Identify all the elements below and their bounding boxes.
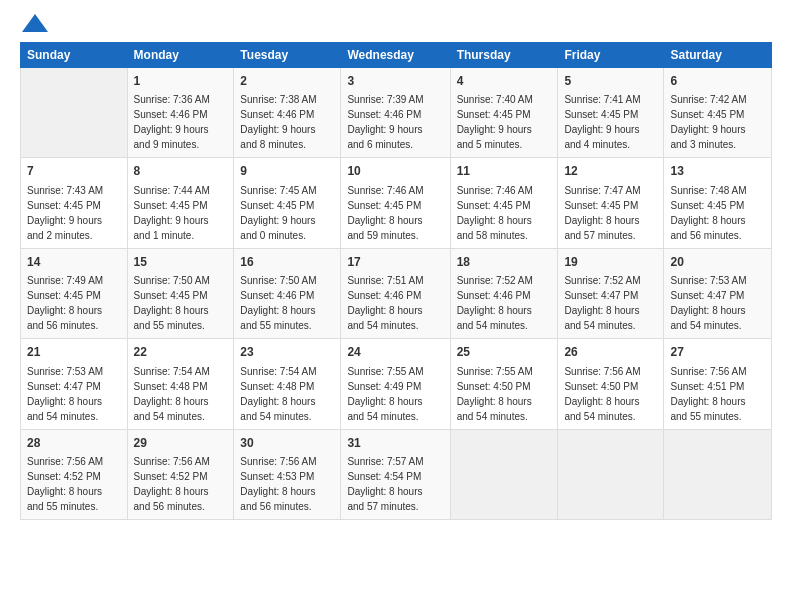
day-number: 2 [240, 73, 334, 90]
calendar-header-saturday: Saturday [664, 43, 772, 68]
day-info: Sunrise: 7:56 AMSunset: 4:53 PMDaylight:… [240, 454, 334, 514]
day-number: 14 [27, 254, 121, 271]
calendar-week-row: 28Sunrise: 7:56 AMSunset: 4:52 PMDayligh… [21, 429, 772, 519]
calendar-cell [450, 429, 558, 519]
day-info: Sunrise: 7:52 AMSunset: 4:47 PMDaylight:… [564, 273, 657, 333]
calendar-cell: 19Sunrise: 7:52 AMSunset: 4:47 PMDayligh… [558, 248, 664, 338]
calendar-week-row: 14Sunrise: 7:49 AMSunset: 4:45 PMDayligh… [21, 248, 772, 338]
calendar-cell: 4Sunrise: 7:40 AMSunset: 4:45 PMDaylight… [450, 68, 558, 158]
day-number: 8 [134, 163, 228, 180]
day-number: 28 [27, 435, 121, 452]
day-number: 12 [564, 163, 657, 180]
logo-icon [22, 14, 48, 32]
day-info: Sunrise: 7:50 AMSunset: 4:45 PMDaylight:… [134, 273, 228, 333]
day-info: Sunrise: 7:54 AMSunset: 4:48 PMDaylight:… [134, 364, 228, 424]
calendar-header-friday: Friday [558, 43, 664, 68]
calendar-cell [558, 429, 664, 519]
day-info: Sunrise: 7:41 AMSunset: 4:45 PMDaylight:… [564, 92, 657, 152]
calendar-cell: 7Sunrise: 7:43 AMSunset: 4:45 PMDaylight… [21, 158, 128, 248]
calendar-cell: 6Sunrise: 7:42 AMSunset: 4:45 PMDaylight… [664, 68, 772, 158]
calendar-header-monday: Monday [127, 43, 234, 68]
day-info: Sunrise: 7:54 AMSunset: 4:48 PMDaylight:… [240, 364, 334, 424]
calendar-cell: 23Sunrise: 7:54 AMSunset: 4:48 PMDayligh… [234, 339, 341, 429]
day-info: Sunrise: 7:56 AMSunset: 4:50 PMDaylight:… [564, 364, 657, 424]
day-number: 22 [134, 344, 228, 361]
calendar-cell: 27Sunrise: 7:56 AMSunset: 4:51 PMDayligh… [664, 339, 772, 429]
day-number: 13 [670, 163, 765, 180]
calendar-cell: 12Sunrise: 7:47 AMSunset: 4:45 PMDayligh… [558, 158, 664, 248]
day-info: Sunrise: 7:40 AMSunset: 4:45 PMDaylight:… [457, 92, 552, 152]
day-info: Sunrise: 7:46 AMSunset: 4:45 PMDaylight:… [347, 183, 443, 243]
day-number: 5 [564, 73, 657, 90]
calendar-header-sunday: Sunday [21, 43, 128, 68]
day-number: 16 [240, 254, 334, 271]
calendar-cell: 16Sunrise: 7:50 AMSunset: 4:46 PMDayligh… [234, 248, 341, 338]
day-number: 24 [347, 344, 443, 361]
calendar-cell: 24Sunrise: 7:55 AMSunset: 4:49 PMDayligh… [341, 339, 450, 429]
day-info: Sunrise: 7:56 AMSunset: 4:51 PMDaylight:… [670, 364, 765, 424]
calendar-cell: 29Sunrise: 7:56 AMSunset: 4:52 PMDayligh… [127, 429, 234, 519]
day-number: 21 [27, 344, 121, 361]
day-number: 1 [134, 73, 228, 90]
day-number: 9 [240, 163, 334, 180]
calendar-header-row: SundayMondayTuesdayWednesdayThursdayFrid… [21, 43, 772, 68]
day-number: 20 [670, 254, 765, 271]
calendar-cell: 30Sunrise: 7:56 AMSunset: 4:53 PMDayligh… [234, 429, 341, 519]
day-number: 25 [457, 344, 552, 361]
header [20, 18, 772, 32]
calendar-cell: 1Sunrise: 7:36 AMSunset: 4:46 PMDaylight… [127, 68, 234, 158]
day-number: 30 [240, 435, 334, 452]
calendar-cell: 3Sunrise: 7:39 AMSunset: 4:46 PMDaylight… [341, 68, 450, 158]
day-info: Sunrise: 7:51 AMSunset: 4:46 PMDaylight:… [347, 273, 443, 333]
day-number: 23 [240, 344, 334, 361]
day-info: Sunrise: 7:50 AMSunset: 4:46 PMDaylight:… [240, 273, 334, 333]
day-info: Sunrise: 7:39 AMSunset: 4:46 PMDaylight:… [347, 92, 443, 152]
day-info: Sunrise: 7:43 AMSunset: 4:45 PMDaylight:… [27, 183, 121, 243]
calendar-cell: 25Sunrise: 7:55 AMSunset: 4:50 PMDayligh… [450, 339, 558, 429]
calendar-cell: 18Sunrise: 7:52 AMSunset: 4:46 PMDayligh… [450, 248, 558, 338]
day-info: Sunrise: 7:42 AMSunset: 4:45 PMDaylight:… [670, 92, 765, 152]
day-info: Sunrise: 7:46 AMSunset: 4:45 PMDaylight:… [457, 183, 552, 243]
day-number: 18 [457, 254, 552, 271]
day-info: Sunrise: 7:48 AMSunset: 4:45 PMDaylight:… [670, 183, 765, 243]
day-info: Sunrise: 7:53 AMSunset: 4:47 PMDaylight:… [670, 273, 765, 333]
calendar-cell: 26Sunrise: 7:56 AMSunset: 4:50 PMDayligh… [558, 339, 664, 429]
day-number: 10 [347, 163, 443, 180]
calendar: SundayMondayTuesdayWednesdayThursdayFrid… [20, 42, 772, 520]
svg-marker-0 [22, 14, 48, 32]
day-number: 26 [564, 344, 657, 361]
calendar-header-thursday: Thursday [450, 43, 558, 68]
calendar-cell [21, 68, 128, 158]
day-number: 7 [27, 163, 121, 180]
day-info: Sunrise: 7:38 AMSunset: 4:46 PMDaylight:… [240, 92, 334, 152]
calendar-cell: 11Sunrise: 7:46 AMSunset: 4:45 PMDayligh… [450, 158, 558, 248]
calendar-week-row: 7Sunrise: 7:43 AMSunset: 4:45 PMDaylight… [21, 158, 772, 248]
calendar-cell: 14Sunrise: 7:49 AMSunset: 4:45 PMDayligh… [21, 248, 128, 338]
day-info: Sunrise: 7:47 AMSunset: 4:45 PMDaylight:… [564, 183, 657, 243]
calendar-cell: 10Sunrise: 7:46 AMSunset: 4:45 PMDayligh… [341, 158, 450, 248]
calendar-header-tuesday: Tuesday [234, 43, 341, 68]
calendar-header-wednesday: Wednesday [341, 43, 450, 68]
calendar-cell: 8Sunrise: 7:44 AMSunset: 4:45 PMDaylight… [127, 158, 234, 248]
calendar-cell: 22Sunrise: 7:54 AMSunset: 4:48 PMDayligh… [127, 339, 234, 429]
day-number: 15 [134, 254, 228, 271]
calendar-cell: 2Sunrise: 7:38 AMSunset: 4:46 PMDaylight… [234, 68, 341, 158]
day-info: Sunrise: 7:45 AMSunset: 4:45 PMDaylight:… [240, 183, 334, 243]
calendar-cell: 31Sunrise: 7:57 AMSunset: 4:54 PMDayligh… [341, 429, 450, 519]
calendar-cell: 13Sunrise: 7:48 AMSunset: 4:45 PMDayligh… [664, 158, 772, 248]
day-number: 27 [670, 344, 765, 361]
day-info: Sunrise: 7:53 AMSunset: 4:47 PMDaylight:… [27, 364, 121, 424]
day-info: Sunrise: 7:52 AMSunset: 4:46 PMDaylight:… [457, 273, 552, 333]
page: SundayMondayTuesdayWednesdayThursdayFrid… [0, 0, 792, 612]
day-info: Sunrise: 7:55 AMSunset: 4:49 PMDaylight:… [347, 364, 443, 424]
calendar-cell: 9Sunrise: 7:45 AMSunset: 4:45 PMDaylight… [234, 158, 341, 248]
logo [20, 18, 48, 32]
calendar-cell: 28Sunrise: 7:56 AMSunset: 4:52 PMDayligh… [21, 429, 128, 519]
calendar-cell: 17Sunrise: 7:51 AMSunset: 4:46 PMDayligh… [341, 248, 450, 338]
day-number: 3 [347, 73, 443, 90]
day-number: 11 [457, 163, 552, 180]
day-number: 6 [670, 73, 765, 90]
day-number: 4 [457, 73, 552, 90]
calendar-cell: 15Sunrise: 7:50 AMSunset: 4:45 PMDayligh… [127, 248, 234, 338]
calendar-cell: 20Sunrise: 7:53 AMSunset: 4:47 PMDayligh… [664, 248, 772, 338]
